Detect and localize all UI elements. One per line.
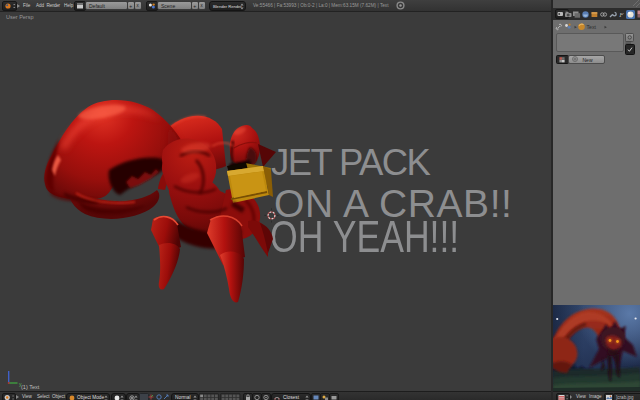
svg-text:F: F xyxy=(618,11,624,19)
svg-text:Text: Text xyxy=(587,23,597,29)
